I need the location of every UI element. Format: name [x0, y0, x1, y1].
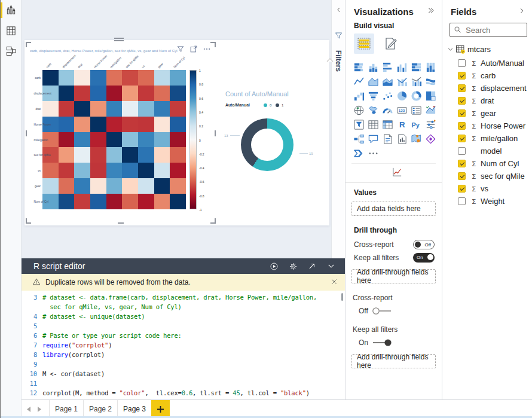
selection-handle-icon[interactable]	[215, 130, 216, 136]
field-model[interactable]: model	[442, 145, 532, 157]
visual-multi-row-card-icon[interactable]	[409, 103, 423, 117]
close-warning-icon[interactable]	[331, 278, 338, 287]
checkbox-checked[interactable]	[458, 109, 466, 117]
visual-line-chart-icon[interactable]	[351, 74, 366, 89]
script-options-gear-icon[interactable]	[285, 260, 301, 272]
selection-handle-icon[interactable]	[210, 218, 216, 224]
selection-handle-icon[interactable]	[118, 222, 124, 224]
custom-line-visual-icon[interactable]	[353, 166, 442, 178]
visual-map-icon[interactable]	[351, 103, 366, 117]
new-page-button[interactable]	[151, 400, 170, 418]
visual-100-stacked-bar-chart-icon[interactable]	[409, 60, 423, 74]
visual-waterfall-chart-icon[interactable]	[351, 89, 366, 103]
visual-matrix-icon[interactable]	[380, 117, 395, 132]
open-external-editor-icon[interactable]	[304, 260, 320, 272]
more-options-icon[interactable]	[201, 44, 212, 54]
visual-stacked-bar-chart-icon[interactable]	[351, 60, 366, 74]
field-carb[interactable]: carb	[442, 69, 532, 82]
field-Horse Power[interactable]: Horse Power	[442, 120, 532, 132]
nav-data-view[interactable]	[1, 20, 22, 41]
keep-all-filters-toggle-expanded[interactable]: On	[346, 337, 442, 352]
field-Num of Cyl[interactable]: Num of Cyl	[442, 157, 532, 170]
code-line[interactable]: 3# dataset <- data.frame(carb, displacem…	[22, 292, 345, 302]
page-tab-2[interactable]: Page 2	[83, 400, 117, 418]
collapse-fields-pane-icon[interactable]	[518, 6, 525, 17]
selection-handle-icon[interactable]	[26, 42, 31, 47]
visual-table-icon[interactable]	[366, 117, 380, 132]
visual-python-visual-icon[interactable]: Py	[409, 117, 423, 132]
checkbox-checked[interactable]	[458, 122, 466, 130]
cross-report-toggle[interactable]: Off	[413, 240, 435, 249]
field-sec for qMile[interactable]: sec for qMile	[442, 170, 532, 182]
visual-smart-narrative-icon[interactable]	[380, 132, 395, 146]
visual-decomposition-tree-icon[interactable]	[351, 132, 366, 146]
visual-paginated-report-icon[interactable]	[395, 132, 409, 146]
run-script-icon[interactable]	[266, 260, 282, 272]
next-page-icon[interactable]	[37, 404, 42, 414]
visual-qa-visual-icon[interactable]	[366, 132, 380, 146]
visual-more-visuals-icon[interactable]	[366, 146, 380, 160]
code-line[interactable]: 8library(corrplot)	[22, 350, 345, 359]
code-line[interactable]: 11	[22, 379, 345, 388]
nav-model-view[interactable]	[1, 41, 22, 61]
field-gear[interactable]: gear	[442, 107, 532, 120]
code-line[interactable]: 7require("corrplot")	[22, 340, 345, 350]
code-line[interactable]: 6# Paste or type your script code here:	[22, 331, 345, 340]
visual-power-automate-icon[interactable]	[351, 146, 366, 160]
checkbox-unchecked[interactable]	[458, 147, 466, 155]
visual-filled-map-icon[interactable]	[366, 103, 380, 117]
expand-filters-icon[interactable]	[335, 5, 342, 16]
donut-ring[interactable]	[241, 118, 293, 171]
code-line[interactable]: 10M <- cor(dataset)	[22, 369, 345, 379]
visual-kpi-icon[interactable]	[423, 103, 438, 117]
checkbox-unchecked[interactable]	[458, 59, 466, 67]
visual-funnel-chart-icon[interactable]	[366, 89, 380, 103]
add-drill-through-fields-dropzone-expanded[interactable]: Add drill-through fields here	[351, 354, 436, 368]
visual-donut-chart-icon[interactable]	[409, 89, 423, 103]
checkbox-checked[interactable]	[458, 160, 466, 167]
checkbox-checked[interactable]	[458, 72, 466, 80]
checkbox-checked[interactable]	[458, 97, 466, 105]
visual-line-and-clustered-column-chart-icon[interactable]	[409, 74, 423, 89]
field-drat[interactable]: drat	[442, 94, 532, 107]
field-mile/gallon[interactable]: mile/gallon	[442, 132, 532, 145]
page-tab-1[interactable]: Page 1	[49, 400, 83, 418]
field-Auto/Manual[interactable]: Auto/Manual	[442, 57, 532, 69]
field-Weight[interactable]: Weight	[442, 195, 532, 208]
collapse-editor-chevron-icon[interactable]	[323, 260, 339, 272]
canvas-page[interactable]: carb, displacement, drat, Horse Power, m…	[25, 40, 329, 225]
visual-stacked-column-chart-icon[interactable]	[366, 60, 380, 74]
code-line[interactable]: 9	[22, 359, 345, 369]
table-mtcars[interactable]: mtcars	[442, 43, 532, 57]
code-line[interactable]: sec for qMile, vs, gear, Num of Cyl)	[22, 302, 345, 312]
visual-gauge-icon[interactable]	[380, 103, 395, 117]
tab-build-visual[interactable]	[354, 33, 374, 54]
code-line[interactable]: 12corrplot(M, method = "color", tl.cex=0…	[22, 388, 345, 398]
visual-key-influencers-icon[interactable]	[423, 117, 438, 132]
add-drill-through-fields-dropzone[interactable]: Add drill-through fields here	[351, 269, 436, 283]
visual-scatter-chart-icon[interactable]	[380, 89, 395, 103]
visual-clustered-column-chart-icon[interactable]	[395, 60, 409, 74]
focus-mode-icon[interactable]	[188, 44, 199, 54]
visual-slicer-icon[interactable]	[351, 117, 366, 132]
donut-chart-visual[interactable]: Count of Auto/Manual Auto/Manual 01 13 1…	[217, 83, 328, 203]
checkbox-checked[interactable]	[458, 172, 466, 180]
field-displacement[interactable]: displacement	[442, 82, 532, 94]
filters-pane-collapsed[interactable]: Filters	[331, 0, 345, 258]
visual-line-and-stacked-column-chart-icon[interactable]	[395, 74, 409, 89]
visual-area-chart-icon[interactable]	[366, 74, 380, 89]
nav-report-view[interactable]	[1, 0, 22, 20]
checkbox-checked[interactable]	[458, 84, 466, 92]
drag-handle-icon[interactable]	[114, 38, 124, 41]
visual-stacked-area-chart-icon[interactable]	[380, 74, 395, 89]
keep-all-filters-toggle[interactable]: On	[413, 253, 435, 263]
code-line[interactable]: 4# dataset <- unique(dataset)	[22, 312, 345, 321]
visual-treemap-icon[interactable]	[423, 89, 438, 103]
visual-clustered-bar-chart-icon[interactable]	[380, 60, 395, 74]
add-data-fields-dropzone[interactable]: Add data fields here	[351, 202, 436, 216]
checkbox-checked[interactable]	[458, 185, 466, 193]
visual-arcgis-map-icon[interactable]	[409, 132, 423, 146]
corrplot-visual[interactable]: carb, displacement, drat, Horse Power, m…	[27, 43, 215, 222]
scrollbar-thumb[interactable]	[341, 293, 343, 301]
cross-report-toggle-expanded[interactable]: Off	[346, 306, 442, 320]
